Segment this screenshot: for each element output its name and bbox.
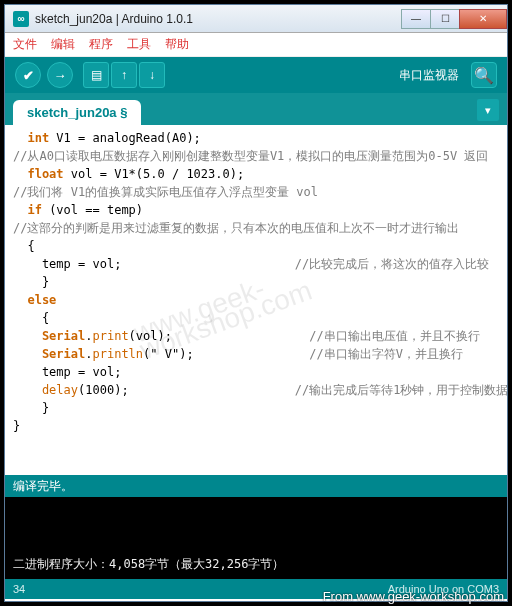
- code-editor[interactable]: www.geek-workshop.com int V1 = analogRea…: [5, 125, 507, 475]
- code-token: delay: [13, 383, 78, 397]
- code-line: }: [13, 399, 507, 417]
- code-token: if: [13, 203, 42, 217]
- titlebar[interactable]: ∞ sketch_jun20a | Arduino 1.0.1 — ☐ ✕: [5, 5, 507, 33]
- menu-help[interactable]: 帮助: [165, 36, 189, 53]
- open-button[interactable]: ↑: [111, 62, 137, 88]
- console-line: 二进制程序大小：4,058字节（最大32,256字节）: [13, 556, 499, 573]
- code-line: }: [13, 417, 507, 435]
- serial-monitor-button[interactable]: 🔍: [471, 62, 497, 88]
- code-token: print: [92, 329, 128, 343]
- code-token: Serial: [13, 347, 85, 361]
- status-text: 编译完毕。: [13, 478, 73, 495]
- menu-edit[interactable]: 编辑: [51, 36, 75, 53]
- code-line: }: [13, 273, 507, 291]
- code-line: {: [13, 309, 507, 327]
- toolbar: ✔ → ▤ ↑ ↓ 串口监视器 🔍: [5, 57, 507, 93]
- code-comment: //串口输出字符V，并且换行: [309, 347, 463, 361]
- window-controls: — ☐ ✕: [402, 9, 507, 29]
- code-token: (" V");: [143, 347, 309, 361]
- code-token: temp = vol;: [13, 257, 295, 271]
- window-title: sketch_jun20a | Arduino 1.0.1: [35, 12, 402, 26]
- code-line: {: [13, 237, 507, 255]
- maximize-button[interactable]: ☐: [430, 9, 460, 29]
- credit-text: From www.geek-workshop.com: [323, 589, 504, 604]
- upload-button[interactable]: →: [47, 62, 73, 88]
- code-comment: //从A0口读取电压数据存入刚刚创建整数型变量V1，模拟口的电压测量范围为0-5…: [13, 147, 507, 165]
- code-line: temp = vol;: [13, 363, 507, 381]
- app-icon: ∞: [13, 11, 29, 27]
- code-token: V1 = analogRead(A0);: [49, 131, 201, 145]
- new-button[interactable]: ▤: [83, 62, 109, 88]
- verify-button[interactable]: ✔: [15, 62, 41, 88]
- code-token: vol = V1*(5.0 / 1023.0);: [64, 167, 245, 181]
- code-token: Serial: [13, 329, 85, 343]
- app-window: ∞ sketch_jun20a | Arduino 1.0.1 — ☐ ✕ 文件…: [4, 4, 508, 602]
- line-number: 34: [13, 583, 25, 595]
- code-comment: //输出完成后等待1秒钟，用于控制数据: [295, 383, 507, 397]
- code-comment: //比较完成后，将这次的值存入比较: [295, 257, 489, 271]
- code-comment: //我们将 V1的值换算成实际电压值存入浮点型变量 vol: [13, 183, 507, 201]
- code-token: int: [13, 131, 49, 145]
- save-button[interactable]: ↓: [139, 62, 165, 88]
- status-bar: 编译完毕。: [5, 475, 507, 497]
- code-comment: //这部分的判断是用来过滤重复的数据，只有本次的电压值和上次不一时才进行输出: [13, 219, 507, 237]
- code-token: else: [13, 293, 56, 307]
- minimize-button[interactable]: —: [401, 9, 431, 29]
- code-token: (vol);: [129, 329, 310, 343]
- close-button[interactable]: ✕: [459, 9, 507, 29]
- menu-tools[interactable]: 工具: [127, 36, 151, 53]
- tab-sketch[interactable]: sketch_jun20a §: [13, 100, 141, 125]
- tab-menu-button[interactable]: ▾: [477, 99, 499, 121]
- serial-monitor-label: 串口监视器: [399, 67, 459, 84]
- console-output[interactable]: 二进制程序大小：4,058字节（最大32,256字节）: [5, 497, 507, 579]
- menubar: 文件 编辑 程序 工具 帮助: [5, 33, 507, 57]
- menu-sketch[interactable]: 程序: [89, 36, 113, 53]
- code-token: (1000);: [78, 383, 295, 397]
- code-token: (vol == temp): [42, 203, 143, 217]
- tabbar: sketch_jun20a § ▾: [5, 93, 507, 125]
- code-token: float: [13, 167, 64, 181]
- code-token: println: [92, 347, 143, 361]
- code-comment: //串口输出电压值，并且不换行: [309, 329, 479, 343]
- menu-file[interactable]: 文件: [13, 36, 37, 53]
